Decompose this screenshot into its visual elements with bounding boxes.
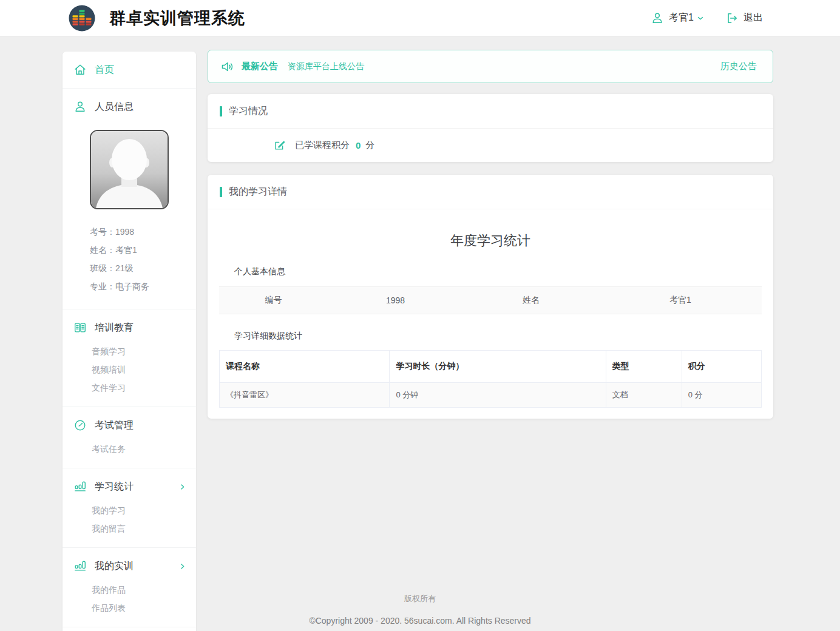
- user-name: 考官1: [669, 12, 694, 24]
- score-label: 已学课程积分: [295, 140, 350, 151]
- copyright-label: 版权所有: [0, 593, 840, 604]
- cell-course-name: 《抖音雷区》: [220, 383, 390, 408]
- logout-button[interactable]: 退出: [725, 12, 763, 25]
- sidebar-subitem-exam-tasks[interactable]: 考试任务: [92, 440, 196, 458]
- chevron-down-icon: [696, 14, 705, 22]
- cell-type: 文档: [606, 383, 682, 408]
- top-header: 群卓实训管理系统 考官1: [0, 0, 840, 36]
- logout-label: 退出: [743, 12, 763, 24]
- user-menu[interactable]: 考官1: [651, 12, 705, 25]
- study-status-title: 学习情况: [229, 105, 268, 118]
- home-icon: [73, 63, 87, 76]
- history-announcements-link[interactable]: 历史公告: [720, 61, 757, 72]
- clock-icon: [73, 419, 87, 432]
- study-stats-table: 课程名称 学习时长（分钟） 类型 积分 《抖音雷区》 0 分钟 文档 0 分: [219, 350, 762, 408]
- sidebar-item-training[interactable]: 培训教育: [63, 313, 196, 342]
- announcement-link[interactable]: 资源库平台上线公告: [288, 61, 364, 72]
- bar-chart-icon: [73, 480, 87, 493]
- basic-info-label: 个人基本信息: [234, 266, 762, 277]
- sidebar-subitem-file-study[interactable]: 文件学习: [92, 379, 196, 397]
- col-header-type: 类型: [606, 351, 682, 383]
- score-unit: 分: [365, 140, 374, 151]
- sidebar-item-profile[interactable]: 人员信息: [63, 92, 196, 121]
- chevron-right-icon: [178, 483, 186, 491]
- sidebar-item-label: 考试管理: [95, 419, 134, 432]
- col-header-course-name: 课程名称: [220, 351, 390, 383]
- sidebar-item-exam-management[interactable]: 考试管理: [63, 411, 196, 440]
- sidebar-item-label: 培训教育: [95, 322, 134, 334]
- announcement-bar: 最新公告 资源库平台上线公告 历史公告: [208, 50, 773, 83]
- title-accent-bar: [220, 187, 222, 197]
- profile-field-name: 姓名：考官1: [90, 241, 196, 259]
- basic-info-row: 编号 1998 姓名 考官1: [219, 286, 762, 314]
- profile-field-exam-no: 考号：1998: [90, 223, 196, 241]
- announcement-latest-label: 最新公告: [242, 61, 278, 72]
- score-value: 0: [356, 140, 361, 150]
- sidebar-item-home[interactable]: 首页: [63, 55, 196, 84]
- sidebar: 首页 人员信息: [63, 52, 196, 631]
- cell-score: 0 分: [682, 383, 761, 408]
- person-icon: [73, 100, 87, 113]
- bar-chart-icon: [73, 559, 87, 573]
- page-footer: 版权所有 ©Copyright 2009 - 2020. 56sucai.com…: [0, 593, 840, 626]
- speaker-icon: [220, 59, 235, 74]
- col-header-duration: 学习时长（分钟）: [390, 351, 606, 383]
- edit-icon: [273, 138, 286, 152]
- profile-fields: 考号：1998 姓名：考官1 班级：21级 专业：电子商务: [63, 217, 196, 305]
- sidebar-item-label: 学习统计: [95, 481, 134, 493]
- profile-field-major: 专业：电子商务: [90, 277, 196, 295]
- title-accent-bar: [220, 106, 222, 116]
- avatar: [90, 130, 169, 209]
- study-detail-card: 我的学习详情 年度学习统计 个人基本信息 编号 1998 姓名 考官1 学习详细…: [208, 175, 773, 419]
- brand: 群卓实训管理系统: [68, 4, 245, 32]
- sidebar-item-label: 我的实训: [95, 560, 134, 573]
- basic-info-id-label: 编号: [219, 295, 328, 306]
- annual-stats-title: 年度学习统计: [219, 232, 762, 250]
- detail-stats-label: 学习详细数据统计: [234, 331, 762, 342]
- app-logo-icon: [68, 4, 96, 32]
- sidebar-item-label: 人员信息: [95, 101, 134, 113]
- sidebar-item-label: 首页: [95, 64, 114, 76]
- sidebar-item-study-stats[interactable]: 学习统计: [63, 472, 196, 501]
- sidebar-subitem-my-messages[interactable]: 我的留言: [92, 519, 196, 538]
- chevron-right-icon: [178, 562, 186, 570]
- sidebar-subitem-audio-study[interactable]: 音频学习: [92, 342, 196, 360]
- basic-info-id-value: 1998: [328, 295, 464, 305]
- profile-field-class: 班级：21级: [90, 259, 196, 277]
- study-detail-title: 我的学习详情: [229, 186, 287, 198]
- logout-icon: [725, 12, 739, 25]
- user-icon: [651, 12, 664, 25]
- copyright-text: ©Copyright 2009 - 2020. 56sucai.com. All…: [0, 616, 840, 626]
- sidebar-item-my-practice[interactable]: 我的实训: [63, 552, 196, 581]
- app-title: 群卓实训管理系统: [109, 7, 245, 29]
- open-book-icon: [73, 321, 87, 334]
- sidebar-subitem-my-study[interactable]: 我的学习: [92, 501, 196, 519]
- table-row: 《抖音雷区》 0 分钟 文档 0 分: [220, 383, 762, 408]
- col-header-score: 积分: [682, 351, 761, 383]
- basic-info-name-label: 姓名: [463, 295, 599, 306]
- cell-duration: 0 分钟: [390, 383, 606, 408]
- study-status-card: 学习情况 已学课程积分 0 分: [208, 94, 773, 162]
- basic-info-name-value: 考官1: [599, 295, 762, 306]
- sidebar-subitem-video-training[interactable]: 视频培训: [92, 360, 196, 379]
